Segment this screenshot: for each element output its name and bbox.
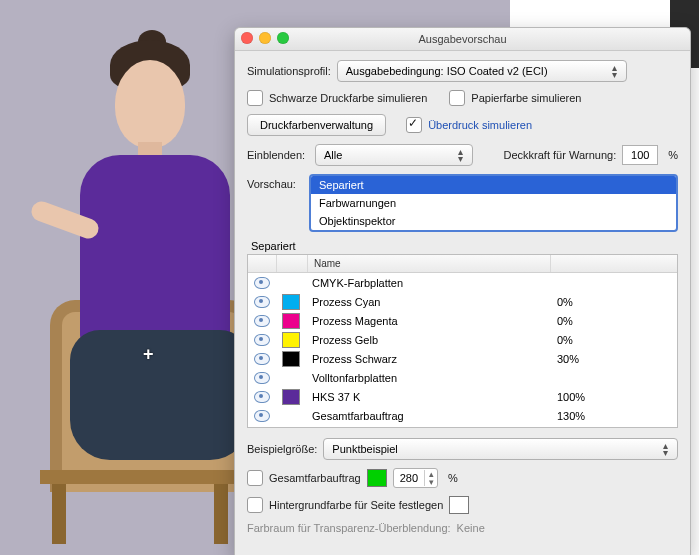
separation-name: Volltonfarbplatten — [306, 372, 551, 384]
page-bg-swatch[interactable] — [449, 496, 469, 514]
simulate-overprint-label: Überdruck simulieren — [428, 119, 532, 131]
separations-header: Name — [248, 255, 677, 273]
percent-sign: % — [668, 149, 678, 161]
show-label: Einblenden: — [247, 149, 309, 161]
warning-opacity-field[interactable]: 100 — [622, 145, 658, 165]
total-ink-stepper[interactable]: 280 ▴▾ — [393, 468, 438, 488]
separation-name: Gesamtfarbauftrag — [306, 410, 551, 422]
screenshot-root: + Ausgabevorschau Simulationsprofil: Aus… — [0, 0, 699, 555]
simulation-profile-select[interactable]: Ausgabebedingung: ISO Coated v2 (ECI) ▴▾ — [337, 60, 627, 82]
chevron-updown-icon: ▴▾ — [458, 148, 468, 162]
transparency-blend-value: Keine — [457, 522, 485, 534]
visibility-eye-icon[interactable] — [254, 353, 270, 365]
preview-listbox[interactable]: Separiert Farbwarnungen Objektinspektor — [309, 174, 678, 232]
output-preview-dialog: Ausgabevorschau Simulationsprofil: Ausga… — [234, 27, 691, 555]
separation-value: 30% — [551, 353, 677, 365]
preview-option-separations[interactable]: Separiert — [311, 176, 676, 194]
visibility-eye-icon[interactable] — [254, 277, 270, 289]
total-ink-label: Gesamtfarbauftrag — [269, 472, 361, 484]
close-icon[interactable] — [241, 32, 253, 44]
separation-value: 0% — [551, 315, 677, 327]
visibility-eye-icon[interactable] — [254, 391, 270, 403]
transparency-blend-label: Farbraum für Transparenz-Überblendung: — [247, 522, 451, 534]
show-select[interactable]: Alle ▴▾ — [315, 144, 473, 166]
separation-row[interactable]: Prozess Cyan0% — [248, 292, 677, 311]
titlebar[interactable]: Ausgabevorschau — [235, 28, 690, 51]
separation-row[interactable]: Prozess Magenta0% — [248, 311, 677, 330]
warning-opacity-label: Deckkraft für Warnung: — [504, 149, 617, 161]
simulate-paper-color-label: Papierfarbe simulieren — [471, 92, 581, 104]
person-graphic — [60, 30, 240, 500]
ink-manager-label: Druckfarbenverwaltung — [260, 119, 373, 131]
visibility-eye-icon[interactable] — [254, 334, 270, 346]
separation-row[interactable]: Volltonfarbplatten — [248, 368, 677, 387]
simulate-overprint-checkbox[interactable] — [406, 117, 422, 133]
separations-title: Separiert — [251, 240, 678, 252]
ink-swatch — [282, 294, 300, 310]
preview-label: Vorschau: — [247, 174, 309, 190]
window-controls — [241, 32, 289, 44]
separation-row[interactable]: Prozess Gelb0% — [248, 330, 677, 349]
visibility-eye-icon[interactable] — [254, 372, 270, 384]
separation-row[interactable]: Gesamtfarbauftrag130% — [248, 406, 677, 425]
stepper-arrows-icon[interactable]: ▴▾ — [424, 470, 437, 486]
chevron-updown-icon: ▴▾ — [663, 442, 673, 456]
dialog-body: Simulationsprofil: Ausgabebedingung: ISO… — [235, 51, 690, 534]
sample-size-label: Beispielgröße: — [247, 443, 317, 455]
ink-swatch — [282, 332, 300, 348]
simulation-profile-value: Ausgabebedingung: ISO Coated v2 (ECI) — [346, 65, 548, 77]
ink-manager-button[interactable]: Druckfarbenverwaltung — [247, 114, 386, 136]
separation-name: Prozess Cyan — [306, 296, 551, 308]
visibility-eye-icon[interactable] — [254, 296, 270, 308]
crosshair-cursor: + — [143, 344, 154, 365]
preview-option-color-warnings[interactable]: Farbwarnungen — [311, 194, 676, 212]
total-ink-value: 280 — [394, 472, 424, 484]
simulation-profile-label: Simulationsprofil: — [247, 65, 331, 77]
separation-row[interactable]: CMYK-Farbplatten — [248, 273, 677, 292]
sample-size-select[interactable]: Punktbeispiel ▴▾ — [323, 438, 678, 460]
separation-row[interactable]: HKS 37 K100% — [248, 387, 677, 406]
simulate-black-ink-checkbox[interactable] — [247, 90, 263, 106]
separation-name: Prozess Magenta — [306, 315, 551, 327]
ink-swatch — [282, 313, 300, 329]
show-value: Alle — [324, 149, 342, 161]
total-ink-checkbox[interactable] — [247, 470, 263, 486]
sample-size-value: Punktbeispiel — [332, 443, 397, 455]
separation-value: 130% — [551, 410, 677, 422]
percent-sign: % — [448, 472, 458, 484]
ink-swatch — [282, 389, 300, 405]
chevron-updown-icon: ▴▾ — [612, 64, 622, 78]
separation-value: 0% — [551, 296, 677, 308]
zoom-icon[interactable] — [277, 32, 289, 44]
visibility-eye-icon[interactable] — [254, 315, 270, 327]
separation-name: Prozess Schwarz — [306, 353, 551, 365]
separation-value: 100% — [551, 391, 677, 403]
page-bg-label: Hintergrundfarbe für Seite festlegen — [269, 499, 443, 511]
window-title: Ausgabevorschau — [418, 33, 506, 45]
simulate-paper-color-checkbox[interactable] — [449, 90, 465, 106]
preview-option-object-inspector[interactable]: Objektinspektor — [311, 212, 676, 230]
visibility-eye-icon[interactable] — [254, 410, 270, 422]
column-name[interactable]: Name — [308, 255, 551, 272]
minimize-icon[interactable] — [259, 32, 271, 44]
separation-name: Prozess Gelb — [306, 334, 551, 346]
separation-name: HKS 37 K — [306, 391, 551, 403]
simulate-black-ink-label: Schwarze Druckfarbe simulieren — [269, 92, 427, 104]
ink-swatch — [282, 351, 300, 367]
total-ink-swatch[interactable] — [367, 469, 387, 487]
page-bg-checkbox[interactable] — [247, 497, 263, 513]
separation-row[interactable]: Prozess Schwarz30% — [248, 349, 677, 368]
separation-value: 0% — [551, 334, 677, 346]
separations-table: Name CMYK-FarbplattenProzess Cyan0%Proze… — [247, 254, 678, 428]
separation-name: CMYK-Farbplatten — [306, 277, 551, 289]
